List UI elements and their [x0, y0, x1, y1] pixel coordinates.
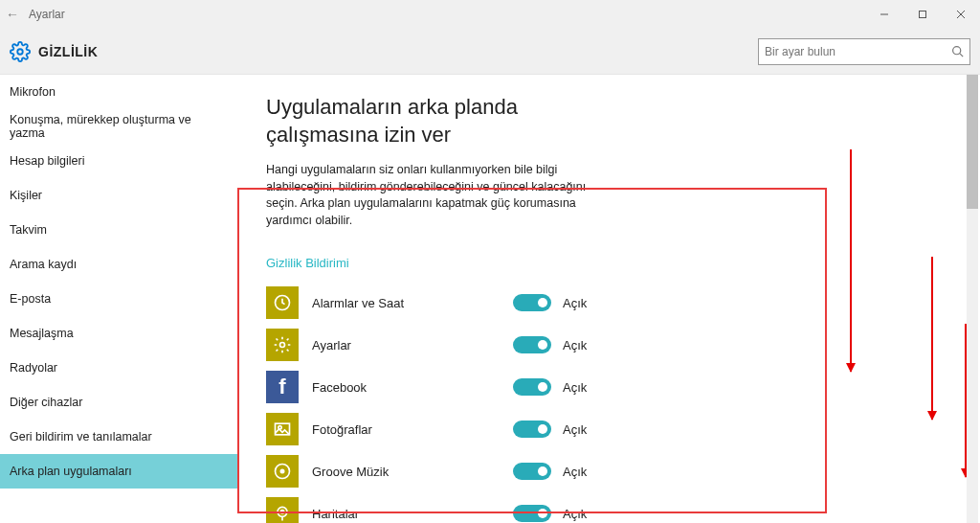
svg-line-6 [960, 54, 963, 57]
toggle-state-label: Açık [563, 507, 587, 521]
search-box[interactable] [758, 38, 970, 65]
app-row: HaritalarAçık [266, 492, 980, 523]
svg-rect-1 [920, 11, 926, 18]
svg-point-8 [280, 343, 285, 348]
search-input[interactable] [765, 45, 951, 58]
sidebar-item-label: Takvim [10, 223, 47, 237]
clock-icon [266, 286, 299, 319]
svg-point-5 [953, 47, 961, 55]
sidebar-item[interactable]: Geri bildirim ve tanılamalar [0, 420, 237, 454]
gear-icon [266, 329, 299, 361]
maximize-button[interactable] [903, 0, 942, 29]
toggle-state-label: Açık [563, 422, 587, 437]
sidebar-item-label: Radyolar [10, 361, 57, 375]
app-row: FotoğraflarAçık [266, 408, 980, 450]
svg-point-12 [280, 470, 283, 473]
photos-icon [266, 413, 299, 445]
close-button[interactable] [942, 0, 980, 29]
content-pane: Uygulamaların arka planda çalışmasına iz… [237, 75, 980, 523]
app-row: AyarlarAçık [266, 324, 980, 366]
sidebar-item-label: Mikrofon [10, 85, 56, 99]
maps-icon [266, 497, 299, 523]
toggle-state-label: Açık [563, 380, 587, 395]
app-toggle[interactable] [513, 294, 551, 311]
sidebar-item[interactable]: Diğer cihazlar [0, 385, 237, 420]
section-heading: Uygulamaların arka planda çalışmasına iz… [266, 94, 620, 148]
app-name-label: Ayarlar [312, 338, 513, 352]
sidebar-item-label: E-posta [10, 292, 51, 306]
sidebar-item-label: Hesap bilgileri [10, 154, 85, 168]
svg-point-4 [17, 49, 23, 55]
scrollbar-thumb[interactable] [967, 75, 978, 209]
page-title: GİZLİLİK [38, 44, 98, 59]
app-list: Alarmlar ve SaatAçıkAyarlarAçıkfFacebook… [266, 282, 980, 523]
app-row: Alarmlar ve SaatAçık [266, 282, 980, 324]
svg-point-14 [280, 511, 283, 513]
sidebar-item-label: Arama kaydı [10, 258, 77, 271]
sidebar-item[interactable]: Arka plan uygulamaları [0, 454, 237, 489]
privacy-link[interactable]: Gizlilik Bildirimi [266, 256, 980, 270]
search-icon [951, 45, 964, 57]
sidebar-item-label: Mesajlaşma [10, 327, 74, 340]
app-toggle[interactable] [513, 463, 551, 480]
minimize-button[interactable] [865, 0, 903, 29]
annotation-arrow [931, 257, 933, 420]
section-description: Hangi uygulamaların siz onları kullanmıy… [266, 162, 611, 229]
sidebar-item-label: Konuşma, mürekkep oluşturma ve yazma [10, 113, 228, 140]
gear-icon [10, 41, 31, 62]
sidebar-item[interactable]: Kişiler [0, 178, 237, 213]
fb-icon: f [266, 371, 299, 403]
music-icon [266, 455, 299, 488]
toggle-state-label: Açık [563, 338, 587, 352]
sidebar-item-label: Kişiler [10, 189, 42, 202]
sidebar-item[interactable]: Konuşma, mürekkep oluşturma ve yazma [0, 109, 237, 144]
header: GİZLİLİK [0, 29, 980, 75]
app-toggle[interactable] [513, 421, 551, 438]
app-toggle[interactable] [513, 505, 551, 522]
sidebar: MikrofonKonuşma, mürekkep oluşturma ve y… [0, 75, 237, 523]
app-name-label: Alarmlar ve Saat [312, 296, 513, 310]
sidebar-item[interactable]: Arama kaydı [0, 247, 237, 282]
toggle-state-label: Açık [563, 296, 587, 310]
app-name-label: Fotoğraflar [312, 422, 513, 437]
sidebar-item-label: Arka plan uygulamaları [10, 465, 132, 478]
sidebar-item[interactable]: Mikrofon [0, 75, 237, 109]
back-button[interactable]: ← [0, 7, 25, 22]
app-name-label: Haritalar [312, 507, 513, 521]
titlebar: ← Ayarlar [0, 0, 980, 29]
toggle-state-label: Açık [563, 465, 587, 479]
annotation-arrow [850, 149, 852, 372]
sidebar-item[interactable]: Radyolar [0, 351, 237, 385]
app-toggle[interactable] [513, 378, 551, 396]
sidebar-item-label: Diğer cihazlar [10, 396, 82, 409]
sidebar-item[interactable]: E-posta [0, 282, 237, 316]
sidebar-item[interactable]: Takvim [0, 213, 237, 247]
window-controls [865, 0, 980, 29]
sidebar-item-label: Geri bildirim ve tanılamalar [10, 430, 152, 443]
window-title: Ayarlar [25, 8, 65, 21]
app-row: Groove MüzikAçık [266, 450, 980, 492]
app-name-label: Facebook [312, 380, 513, 395]
sidebar-item[interactable]: Mesajlaşma [0, 316, 237, 351]
app-toggle[interactable] [513, 336, 551, 353]
app-name-label: Groove Müzik [312, 465, 513, 479]
sidebar-item[interactable]: Hesap bilgileri [0, 144, 237, 178]
app-row: fFacebookAçık [266, 366, 980, 408]
